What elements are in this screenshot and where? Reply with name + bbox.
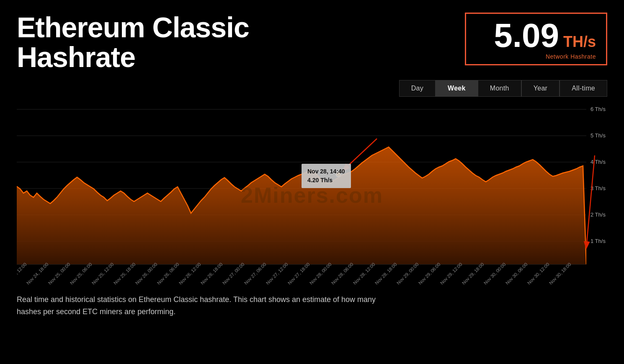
svg-text:Nov 29, 06:00: Nov 29, 06:00 xyxy=(418,261,441,285)
svg-text:6 Th/s: 6 Th/s xyxy=(590,106,606,112)
hashrate-box: 5.09 TH/s Network Hashrate xyxy=(465,13,607,65)
btn-month[interactable]: Month xyxy=(478,80,521,97)
svg-text:1 Th/s: 1 Th/s xyxy=(590,238,606,244)
svg-text:Nov 30, 18:00: Nov 30, 18:00 xyxy=(548,261,572,285)
svg-text:4 Th/s: 4 Th/s xyxy=(590,159,606,165)
svg-text:Nov 28, 18:00: Nov 28, 18:00 xyxy=(374,261,398,285)
svg-text:Nov 24, 18:00: Nov 24, 18:00 xyxy=(26,261,49,285)
title-line2: Hashrate xyxy=(17,41,135,73)
hashrate-unit: TH/s xyxy=(563,34,596,49)
svg-text:Nov 26, 06:00: Nov 26, 06:00 xyxy=(156,261,180,285)
page-title: Ethereum Classic Hashrate xyxy=(17,13,465,72)
svg-text:Nov 27, 12:00: Nov 27, 12:00 xyxy=(265,261,289,285)
time-controls: Day Week Month Year All-time xyxy=(399,80,607,97)
svg-text:Nov 25, 18:00: Nov 25, 18:00 xyxy=(113,261,137,285)
svg-text:2 Th/s: 2 Th/s xyxy=(590,212,606,218)
svg-text:Nov 30, 12:00: Nov 30, 12:00 xyxy=(526,261,550,285)
title-block: Ethereum Classic Hashrate xyxy=(17,13,465,72)
svg-text:5 Th/s: 5 Th/s xyxy=(590,132,606,139)
svg-text:Nov 27, 00:00: Nov 27, 00:00 xyxy=(222,261,245,285)
btn-alltime[interactable]: All-time xyxy=(560,80,607,97)
chart-svg: 6 Th/s 5 Th/s 4 Th/s 3 Th/s 2 Th/s 1 Th/… xyxy=(17,105,607,285)
btn-year[interactable]: Year xyxy=(521,80,560,97)
svg-text:Nov 25, 00:00: Nov 25, 00:00 xyxy=(47,261,71,285)
hashrate-label: Network Hashrate xyxy=(546,53,596,60)
svg-text:Nov 27, 18:00: Nov 27, 18:00 xyxy=(287,261,311,285)
svg-text:Nov 26, 18:00: Nov 26, 18:00 xyxy=(200,261,224,285)
svg-text:Nov 28, 06:00: Nov 28, 06:00 xyxy=(330,261,354,285)
btn-week[interactable]: Week xyxy=(436,80,478,97)
svg-point-14 xyxy=(336,172,341,177)
svg-text:Nov 26, 00:00: Nov 26, 00:00 xyxy=(134,261,158,285)
svg-text:Nov 30, 00:00: Nov 30, 00:00 xyxy=(483,261,507,285)
svg-text:Nov 29, 00:00: Nov 29, 00:00 xyxy=(396,261,420,285)
svg-text:Nov 26, 12:00: Nov 26, 12:00 xyxy=(178,261,202,285)
description: Real time and historical statistics on E… xyxy=(17,294,394,318)
svg-text:Nov 28, 00:00: Nov 28, 00:00 xyxy=(309,261,333,285)
title-line1: Ethereum Classic xyxy=(17,11,249,43)
svg-line-42 xyxy=(586,155,595,248)
svg-text:Nov 27, 06:00: Nov 27, 06:00 xyxy=(243,261,267,285)
hashrate-number: 5.09 xyxy=(494,19,559,52)
svg-text:Nov 30, 06:00: Nov 30, 06:00 xyxy=(505,261,529,285)
top-section: Ethereum Classic Hashrate 5.09 TH/s Netw… xyxy=(17,13,607,72)
hashrate-value-row: 5.09 TH/s xyxy=(494,19,596,52)
svg-text:3 Th/s: 3 Th/s xyxy=(590,185,606,191)
svg-text:Nov 29, 12:00: Nov 29, 12:00 xyxy=(439,261,463,285)
svg-text:Nov 25, 12:00: Nov 25, 12:00 xyxy=(91,261,115,285)
btn-day[interactable]: Day xyxy=(399,80,436,97)
page-container: Ethereum Classic Hashrate 5.09 TH/s Netw… xyxy=(0,0,624,364)
svg-text:Nov 29, 18:00: Nov 29, 18:00 xyxy=(461,261,485,285)
controls-row: Day Week Month Year All-time xyxy=(17,80,607,102)
svg-text:Nov 25, 06:00: Nov 25, 06:00 xyxy=(69,261,93,285)
chart-area: 2Miners.com 6 Th/s 5 Th/s 4 xyxy=(17,105,607,285)
svg-text:Nov 28, 12:00: Nov 28, 12:00 xyxy=(352,261,376,285)
